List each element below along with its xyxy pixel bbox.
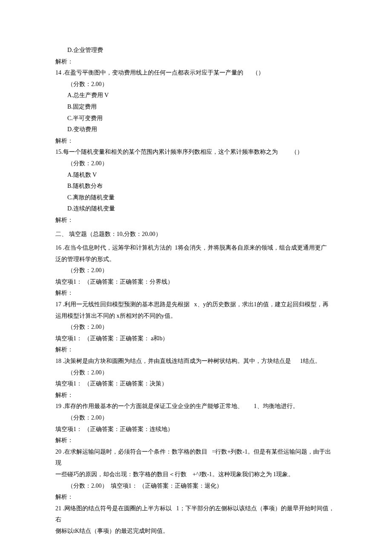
analysis-label: 解析： xyxy=(55,492,334,503)
score-and-blank-answer: （分数：2.00） 填空项1： （正确答案：正确答案：退化） xyxy=(55,480,334,492)
question-18: 18 .决策树是由方块和圆圈为结点，并由直线连结而成为一种树状结构。其中，方块结… xyxy=(55,356,334,367)
question-14: 14 .在盈亏平衡图中，变动费用线上的任何一点都表示对应于某一产量的 （） xyxy=(55,67,334,79)
option-a: A.随机数 V xyxy=(55,170,334,181)
document-page: D.企业管理费 解析： 14 .在盈亏平衡图中，变动费用线上的任何一点都表示对应… xyxy=(0,0,392,555)
score-label: （分数：2.00） xyxy=(55,367,334,379)
blank-answer: 填空项1： （正确答案：正确答案：决策） xyxy=(55,378,334,390)
option-a: A.总生产费用 V xyxy=(55,90,334,101)
analysis-label: 解析： xyxy=(55,288,334,299)
option-d: D.企业管理费 xyxy=(55,45,334,56)
blank-answer: 填空项1： （正确答案：正确答案：连续地） xyxy=(55,424,334,435)
question-21-line2: 侧标以tK结点（事项）的最迟完成时间值。 xyxy=(55,526,334,537)
question-20-line2: 一些碰巧的原因，却会出现：数字格的数目＜行数 +^J数-1。这种现象我们称之为 … xyxy=(55,469,334,480)
option-d: D.变动费用 xyxy=(55,124,334,135)
option-c: C.半可变费用 xyxy=(55,113,334,124)
question-17-line1: 17 .利用一元线性回归模型预测的基本思路是先根据 x、y的历史数据，求出1的值… xyxy=(55,299,334,311)
option-c: C.离散的随机变量 xyxy=(55,192,334,204)
analysis-label: 解析： xyxy=(55,344,334,356)
score-label: （分数：2.00） xyxy=(55,322,334,333)
question-20-line1: 20 .在求解运输问题时，必须符合一个条件：数字格的数目 =行数+列数-1。但是… xyxy=(55,446,334,469)
analysis-label: 解析： xyxy=(55,435,334,446)
blank-answer: 填空项1： （正确答案：正确答案： a和b） xyxy=(55,333,334,345)
score-label: （分数：2.00） xyxy=(55,79,334,90)
option-b: B.固定费用 xyxy=(55,101,334,113)
question-17-line2: 运用模型计算出不同的 x所相对的不同的y值。 xyxy=(55,311,334,322)
analysis-label: 解析： xyxy=(55,56,334,68)
section-2-header: 二、 填空题（总题数：10,分数：20.00） xyxy=(55,226,334,243)
question-19: 19 .库存的作用最基本的一个方面就是保证工业企业的生产能够正常地、 1、均衡地… xyxy=(55,401,334,412)
score-label: （分数：2.00） xyxy=(55,265,334,276)
score-label: （分数：2.00） xyxy=(55,412,334,424)
question-21-line1: 21 .网络图的结点符号是在圆圈的上半方标以 1；下半部分的左侧标以该结点（事项… xyxy=(55,503,334,526)
analysis-label: 解析： xyxy=(55,135,334,147)
analysis-label: 解析： xyxy=(55,215,334,226)
question-16-line1: 16 .在当今信息时代，运筹学和计算机方法的 1将会消失，并将脱离各自原来的领域… xyxy=(55,242,334,254)
analysis-label: 解析： xyxy=(55,390,334,401)
blank-answer: 填空项1： （正确答案：正确答案：分界线） xyxy=(55,276,334,288)
option-b: B.随机数分布 xyxy=(55,181,334,192)
question-16-line2: 泛的管理科学的形式。 xyxy=(55,254,334,265)
score-label: （分数：2.00） xyxy=(55,158,334,170)
question-15: 15.每一个随机变量和相关的某个范围内累计频率序列数相应，这个累计频率数称之为 … xyxy=(55,147,334,158)
option-d: D.连续的随机变量 xyxy=(55,203,334,215)
